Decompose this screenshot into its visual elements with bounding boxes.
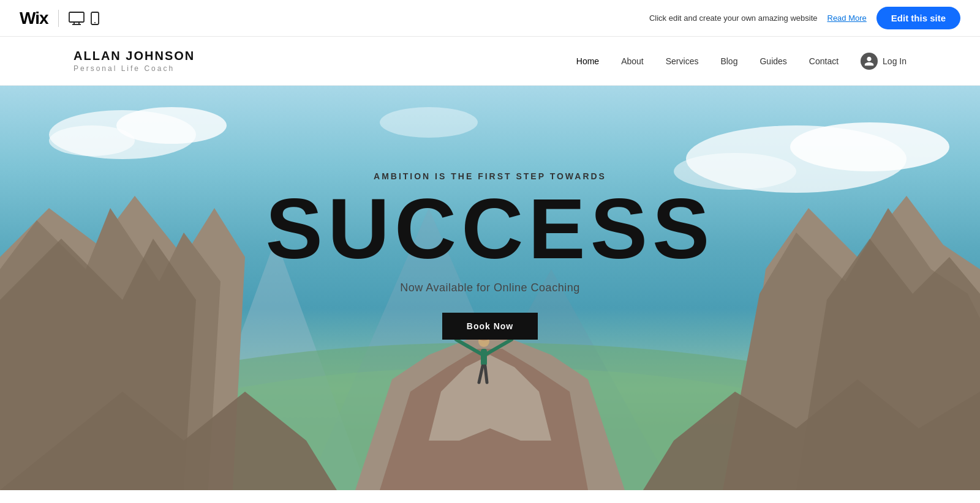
hero-content: AMBITION IS THE FIRST STEP TOWARDS SUCCE… [0, 86, 980, 490]
top-bar-right: Click edit and create your own amazing w… [649, 7, 960, 29]
hero-title: SUCCESS [266, 186, 715, 272]
mobile-icon[interactable] [91, 12, 99, 25]
user-avatar-icon [864, 56, 875, 67]
book-now-button[interactable]: Book Now [442, 313, 538, 340]
hero-description: Now Available for Online Coaching [400, 281, 579, 294]
nav-services[interactable]: Services [666, 56, 699, 66]
site-header: ALLAN JOHNSON Personal Life Coach Home A… [0, 37, 980, 86]
nav-about[interactable]: About [621, 56, 644, 66]
read-more-link[interactable]: Read More [827, 13, 867, 23]
svg-point-5 [94, 22, 96, 23]
topbar-divider [58, 10, 59, 27]
site-name: ALLAN JOHNSON [74, 49, 195, 63]
login-label: Log In [883, 56, 907, 66]
top-bar-left: Wix [20, 9, 99, 28]
promo-text: Click edit and create your own amazing w… [649, 13, 818, 23]
site-logo: ALLAN JOHNSON Personal Life Coach [74, 49, 195, 73]
svg-rect-0 [69, 12, 84, 22]
top-bar: Wix Click edit and create your own amazi… [0, 0, 980, 37]
site-navigation: Home About Services Blog Guides Contact … [576, 53, 907, 70]
hero-section: AMBITION IS THE FIRST STEP TOWARDS SUCCE… [0, 86, 980, 490]
nav-home[interactable]: Home [576, 56, 599, 66]
nav-blog[interactable]: Blog [720, 56, 737, 66]
device-icons [69, 12, 99, 25]
site-tagline: Personal Life Coach [74, 64, 175, 73]
nav-contact[interactable]: Contact [809, 56, 839, 66]
edit-site-button[interactable]: Edit this site [876, 7, 960, 29]
wix-logo: Wix [20, 9, 48, 28]
nav-guides[interactable]: Guides [760, 56, 786, 66]
user-icon [861, 53, 878, 70]
hero-subtitle: AMBITION IS THE FIRST STEP TOWARDS [374, 171, 606, 181]
desktop-icon[interactable] [69, 12, 85, 25]
login-area[interactable]: Log In [861, 53, 907, 70]
